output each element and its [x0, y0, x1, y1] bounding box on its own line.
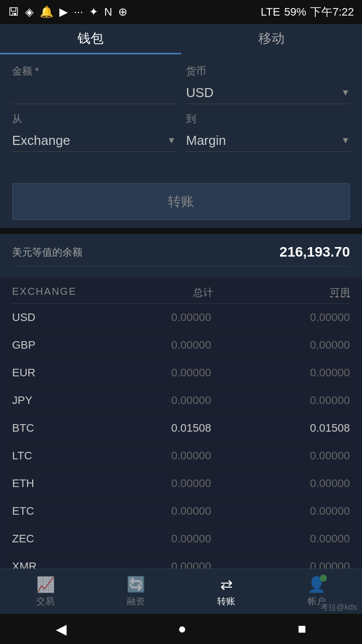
amount-total: 0.00000 [131, 394, 211, 407]
exchange-header: EXCHANGE 总计 可用 [12, 278, 350, 304]
currency-name: JPY [12, 394, 72, 407]
tab-move[interactable]: 移动 [181, 24, 362, 54]
currency-name: EUR [12, 366, 72, 379]
finance-icon: 🔄 [127, 576, 145, 593]
transfer-button[interactable]: 转账 [12, 183, 350, 220]
amount-available: 0.00000 [269, 505, 350, 518]
transfer-btn-wrapper: 转账 [0, 175, 362, 228]
amount-available: 0.01508 [269, 422, 350, 435]
currency-name: ZEC [12, 532, 72, 545]
table-row: EUR 0.00000 0.00000 [12, 359, 350, 387]
from-value: Exchange [12, 133, 167, 148]
currency-name: ETH [12, 477, 72, 490]
form-row-bottom: 从 Exchange ▼ 到 Margin ▼ [12, 112, 350, 152]
trade-label: 交易 [36, 595, 54, 607]
amount-total: 0.00000 [131, 449, 211, 462]
currency-group: 货币 USD ▼ [186, 64, 350, 104]
amount-available: 0.00000 [269, 477, 350, 490]
section-divider [0, 228, 362, 234]
exchange-title: EXCHANGE [12, 286, 76, 299]
currency-value: USD [186, 85, 341, 101]
amount-total: 0.01508 [131, 422, 211, 435]
lte-label: LTE [260, 6, 280, 19]
nav-transfer[interactable]: ⇄ 转账 [217, 576, 235, 607]
amount-available: 0.00000 [269, 532, 350, 545]
battery-label: 59% [284, 6, 306, 19]
currency-name: LTC [12, 449, 72, 462]
currency-name: BTC [12, 422, 72, 435]
to-label: 到 [186, 112, 350, 126]
from-select[interactable]: Exchange ▼ [12, 130, 176, 152]
home-button[interactable]: ● [178, 621, 187, 637]
to-select[interactable]: Margin ▼ [186, 130, 350, 152]
signal-icon: ⊕ [118, 6, 127, 19]
table-row: JPY 0.00000 0.00000 [12, 387, 350, 415]
from-dropdown-arrow: ▼ [167, 135, 176, 146]
time-label: 下午7:22 [310, 5, 354, 20]
send-icon: ▶ [59, 6, 68, 19]
currency-label: 货币 [186, 64, 350, 78]
currency-name: GBP [12, 339, 72, 352]
status-left-icons: 🖫 ◈ 🔔 ▶ ··· ✦ N ⊕ [8, 6, 127, 19]
amount-input[interactable] [12, 82, 176, 104]
amount-total: 0.00000 [131, 505, 211, 518]
back-button[interactable]: ◀ [56, 621, 67, 637]
more-icon: ··· [74, 6, 83, 19]
transfer-label: 转账 [217, 595, 235, 607]
amount-label: 金额 * [12, 64, 176, 78]
amount-total: 0.00000 [131, 339, 211, 352]
currency-name: ETC [12, 505, 72, 518]
bottom-nav: 📈 交易 🔄 融资 ⇄ 转账 👤 帐户 [0, 569, 362, 614]
table-row: BTC 0.01508 0.01508 [12, 415, 350, 442]
amount-group: 金额 * [12, 64, 176, 104]
amount-available: 0.00000 [269, 339, 350, 352]
amount-available: 0.00000 [269, 449, 350, 462]
transfer-icon: ⇄ [220, 576, 233, 593]
balance-value: 216,193.70 [280, 244, 350, 260]
available-col-header: 可用 [330, 286, 350, 299]
amount-total: 0.00000 [131, 532, 211, 545]
bluetooth-icon: ✦ [89, 6, 98, 19]
balance-label: 美元等值的余额 [12, 246, 82, 259]
main-tabs: 钱包 移动 [0, 24, 362, 54]
notification-bell-icon: 🔔 [40, 6, 53, 19]
finance-label: 融资 [127, 595, 145, 607]
currency-select[interactable]: USD ▼ [186, 82, 350, 104]
nav-finance[interactable]: 🔄 融资 [127, 576, 145, 607]
amount-total: 0.00000 [131, 477, 211, 490]
amount-total: 0.00000 [131, 366, 211, 379]
table-row: ETC 0.00000 0.00000 [12, 498, 350, 525]
amount-available: 0.00000 [269, 394, 350, 407]
nav-trade[interactable]: 📈 交易 [36, 576, 55, 607]
currency-name: USD [12, 311, 72, 324]
total-col-header: 总计 [193, 286, 213, 299]
to-value: Margin [186, 133, 341, 148]
notification-icon: 🖫 [8, 6, 19, 19]
transfer-form: 金额 * 货币 USD ▼ 从 Exchange ▼ [0, 54, 362, 175]
watermark: 考拉@kds [320, 602, 357, 613]
status-right-info: LTE 59% 下午7:22 [260, 5, 354, 20]
balance-section: 美元等值的余额 216,193.70 [0, 234, 362, 278]
to-group: 到 Margin ▼ [186, 112, 350, 152]
trade-icon: 📈 [36, 576, 55, 593]
amount-total: 0.00000 [131, 311, 211, 324]
tab-wallet[interactable]: 钱包 [0, 24, 181, 54]
amount-available: 0.00000 [269, 311, 350, 324]
recents-button[interactable]: ■ [298, 621, 306, 637]
nfc-icon: N [104, 6, 112, 19]
table-row: ETH 0.00000 0.00000 [12, 470, 350, 498]
form-row-top: 金额 * 货币 USD ▼ [12, 64, 350, 104]
from-group: 从 Exchange ▼ [12, 112, 176, 152]
table-row: USD 0.00000 0.00000 [12, 304, 350, 332]
table-row: LTC 0.00000 0.00000 [12, 442, 350, 470]
table-row: GBP 0.00000 0.00000 [12, 332, 350, 359]
table-row: ZEC 0.00000 0.00000 [12, 525, 350, 553]
status-bar: 🖫 ◈ 🔔 ▶ ··· ✦ N ⊕ LTE 59% 下午7:22 [0, 0, 362, 24]
gesture-bar: ◀ ● ■ [0, 614, 362, 644]
currency-dropdown-arrow: ▼ [341, 88, 350, 98]
balance-row: 美元等值的余额 216,193.70 [12, 244, 350, 267]
from-label: 从 [12, 112, 176, 126]
app-icon-1: ◈ [25, 6, 34, 19]
amount-available: 0.00000 [269, 366, 350, 379]
to-dropdown-arrow: ▼ [341, 135, 350, 146]
